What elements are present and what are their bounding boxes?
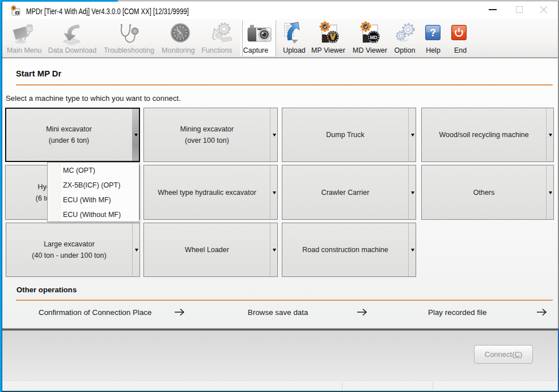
svg-text:?: ?: [430, 27, 436, 39]
svg-text:MD: MD: [370, 35, 377, 40]
